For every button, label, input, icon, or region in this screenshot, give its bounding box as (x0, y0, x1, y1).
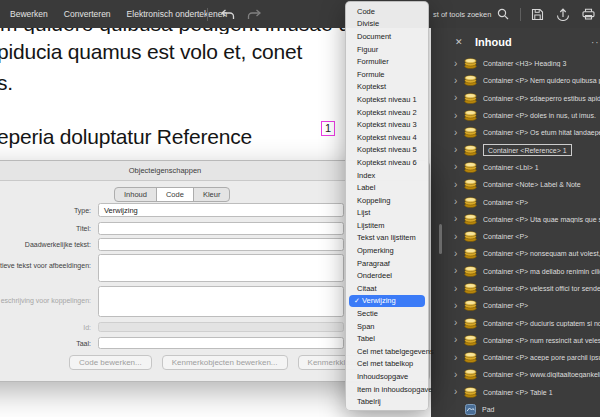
content-tree-row[interactable]: › Container <H3> Heading 3 (431, 55, 600, 72)
dialog-tab[interactable]: Code (157, 188, 194, 201)
content-tree-row[interactable]: › Container <P> acepe pore parchil ipsus… (431, 349, 600, 366)
alt-text-textarea[interactable] (98, 254, 344, 282)
content-tree-row[interactable]: › Container <P> (431, 297, 600, 314)
menu-item[interactable]: Sectie (346, 307, 428, 320)
menu-item[interactable]: Formule (346, 68, 428, 81)
chevron-right-icon[interactable]: › (454, 180, 464, 190)
chevron-right-icon[interactable]: › (454, 197, 464, 207)
menu-item[interactable]: Cel met tabelgegevens (346, 345, 428, 358)
menu-item[interactable]: Divisie (346, 18, 428, 31)
menu-item[interactable]: Span (346, 320, 428, 333)
menu-item[interactable]: Koptekst niveau 3 (346, 118, 428, 131)
chevron-right-icon[interactable]: › (454, 266, 464, 276)
content-tree-row[interactable]: › Container <P> sdaeperro estibus apiduc… (431, 90, 600, 107)
language-input[interactable] (98, 337, 344, 349)
content-tree-row[interactable]: › Container <P> Os etum hitat landaeperi… (431, 124, 600, 141)
menu-item[interactable]: Label (346, 181, 428, 194)
content-tree-row[interactable]: › Container <P> www.digitaaltoegankelijk… (431, 366, 600, 383)
menu-item[interactable]: Document (346, 30, 428, 43)
chevron-right-icon[interactable]: › (454, 232, 464, 242)
menu-item[interactable]: Index (346, 169, 428, 182)
menu-item[interactable]: Figuur (346, 43, 428, 56)
menu-item[interactable]: Onderdeel (346, 269, 428, 282)
content-tree-row[interactable]: › Container <P> num ressincit aut velest… (431, 332, 600, 349)
menu-item[interactable]: Tabelrij (346, 395, 428, 408)
title-input[interactable] (98, 222, 344, 235)
content-tree-row[interactable]: › Container <P> Nem quidero quibusa pedi… (431, 72, 600, 89)
content-tree-row[interactable]: › Container <P> Table 1 (431, 384, 600, 401)
type-select[interactable]: Verwijzing (98, 203, 344, 217)
menu-item[interactable]: Paragraaf (346, 257, 428, 270)
content-tree-row[interactable]: › Container <P> doles in nus, ut imus. (431, 107, 600, 124)
chevron-right-icon[interactable]: › (454, 76, 464, 86)
menubar-item[interactable]: Bewerken (10, 9, 48, 19)
undo-icon[interactable] (220, 9, 235, 20)
menu-item[interactable]: Formulier (346, 55, 428, 68)
menu-item-label: Citaat (357, 284, 377, 293)
menu-item[interactable]: Koptekst (346, 81, 428, 94)
menu-item[interactable]: Tabel (346, 332, 428, 345)
id-input[interactable] (98, 322, 344, 332)
content-tree-row[interactable]: › Container <Note> Label & Note (431, 176, 600, 193)
content-tree-row-pad[interactable]: Pad (431, 401, 600, 417)
content-tree-row[interactable]: › Container <P> ma dellabo renimin cilig… (431, 263, 600, 280)
menu-item[interactable]: Inhoudsopgave (346, 370, 428, 383)
menu-item-label: Onderdeel (357, 271, 392, 280)
menu-item[interactable]: ✓ Verwijzing (349, 295, 425, 308)
chevron-right-icon[interactable]: › (454, 387, 464, 397)
content-tree-row[interactable]: › Container <Reference> 1 (431, 141, 600, 158)
chevron-right-icon[interactable]: › (454, 162, 464, 172)
menu-item[interactable]: Koptekst niveau 4 (346, 131, 428, 144)
chevron-right-icon[interactable]: › (454, 284, 464, 294)
share-upload-icon[interactable] (556, 8, 570, 21)
chevron-right-icon[interactable]: › (454, 353, 464, 363)
chevron-right-icon[interactable]: › (454, 370, 464, 380)
dialog-tab[interactable]: Inhoud (115, 188, 157, 201)
redo-icon[interactable] (247, 9, 262, 20)
menu-item[interactable]: Lijst (346, 207, 428, 220)
content-tree-row[interactable]: › Container <Lbl> 1 (431, 159, 600, 176)
link-description-textarea[interactable] (98, 286, 344, 317)
menu-item[interactable]: Opmerking (346, 244, 428, 257)
search-icon[interactable] (497, 8, 509, 20)
edit-tag-button[interactable]: Code bewerken... (69, 355, 152, 370)
chevron-right-icon[interactable]: › (454, 214, 464, 224)
menu-item[interactable]: Koptekst niveau 1 (346, 93, 428, 106)
chevron-right-icon[interactable]: › (454, 128, 464, 138)
content-tree-row[interactable]: › Container <P> velessit offici tor send… (431, 280, 600, 297)
chevron-right-icon[interactable]: › (454, 301, 464, 311)
menu-item[interactable]: Koptekst niveau 5 (346, 144, 428, 157)
chevron-right-icon[interactable]: › (454, 249, 464, 259)
menu-item[interactable]: Lijstitem (346, 219, 428, 232)
menu-item[interactable]: Citaat (346, 282, 428, 295)
more-options-icon[interactable]: ··· (591, 37, 600, 48)
chevron-right-icon[interactable]: › (454, 318, 464, 328)
menu-item[interactable]: Tekst van lijstitem (346, 232, 428, 245)
menu-item[interactable]: Koppeling (346, 194, 428, 207)
chevron-right-icon[interactable]: › (454, 59, 464, 69)
search-input[interactable]: st of tools zoeken (433, 10, 491, 19)
edit-attribute-objects-button[interactable]: Kenmerkobjecten bewerken... (162, 355, 288, 370)
chevron-right-icon[interactable]: › (454, 93, 464, 103)
dialog-tab[interactable]: Kleur (194, 188, 230, 201)
content-tree-row[interactable]: › Container <P> Uta quae magnis que sita… (431, 211, 600, 228)
menu-item[interactable]: Code (346, 5, 428, 18)
menu-item[interactable]: Koptekst niveau 6 (346, 156, 428, 169)
content-tree-row[interactable]: › Container <P> (431, 193, 600, 210)
menubar-item[interactable]: Converteren (64, 9, 111, 19)
menu-item[interactable]: Koptekst niveau 2 (346, 106, 428, 119)
save-icon[interactable] (531, 8, 544, 21)
content-tree-row[interactable]: › Container <P> (431, 228, 600, 245)
actual-text-input[interactable] (98, 238, 344, 251)
menu-item-label: Verwijzing (362, 296, 396, 305)
chevron-right-icon[interactable]: › (454, 111, 464, 121)
close-icon[interactable]: ✕ (455, 38, 463, 47)
menu-item[interactable]: Item in inhoudsopgave (346, 383, 428, 396)
menu-item-label: Label (357, 183, 375, 192)
print-icon[interactable] (582, 8, 595, 20)
menu-item[interactable]: Cel met tabelkop (346, 358, 428, 371)
content-tree-row[interactable]: › Container <P> nonsequam aut volest, au… (431, 245, 600, 262)
chevron-right-icon[interactable]: › (454, 335, 464, 345)
chevron-right-icon[interactable]: › (454, 145, 464, 155)
content-tree-row[interactable]: › Container <P> duciuris cuptatem si nob… (431, 314, 600, 331)
